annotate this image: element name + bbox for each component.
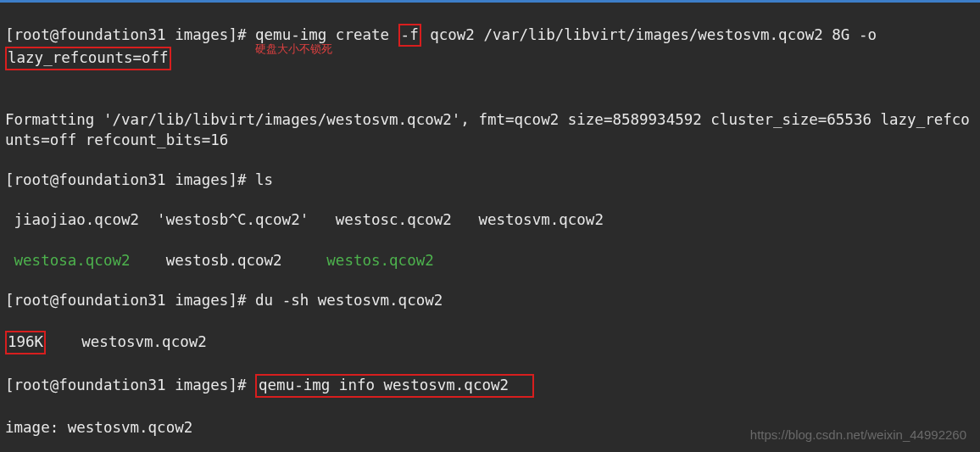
file-green: westosa.qcow2 — [5, 252, 131, 269]
cmd-text: qemu-img create — [255, 26, 398, 43]
file-green: westos.qcow2 — [326, 252, 433, 269]
cmd-ls: ls — [255, 171, 273, 188]
terminal-output[interactable]: [root@foundation31 images]# qemu-img cre… — [5, 3, 975, 452]
output-formatting: Formatting '/var/lib/libvirt/images/west… — [5, 110, 975, 150]
cmd-text: qcow2 /var/lib/libvirt/images/westosvm.q… — [421, 26, 886, 43]
ls-row-1: jiaojiao.qcow2 'westosb^C.qcow2' westosc… — [5, 210, 975, 231]
prompt: [root@foundation31 images]# — [5, 26, 246, 43]
prompt: [root@foundation31 images]# — [5, 377, 246, 393]
command-line-2: [root@foundation31 images]# ls — [5, 170, 975, 191]
window-top-bar — [0, 0, 980, 3]
cmd-du: du -sh westosvm.qcow2 — [255, 292, 443, 309]
highlight-flag-f: -f — [398, 24, 421, 47]
file-plain: westosb.qcow2 — [131, 252, 327, 269]
command-line-4: [root@foundation31 images]# qemu-img inf… — [5, 374, 975, 398]
highlight-du-size: 196K — [5, 331, 46, 354]
du-filename: westosvm.qcow2 — [46, 333, 207, 350]
highlight-lazy-opt: lazy_refcounts=off — [5, 47, 171, 70]
prompt: [root@foundation31 images]# — [5, 171, 246, 188]
watermark-text: https://blog.csdn.net/weixin_44992260 — [750, 427, 966, 444]
ls-row-2: westosa.qcow2 westosb.qcow2 westos.qcow2 — [5, 251, 975, 271]
command-line-3: [root@foundation31 images]# du -sh westo… — [5, 291, 975, 311]
du-output-line: 196K westosvm.qcow2 — [5, 331, 975, 354]
highlight-cmd-info: qemu-img info westosvm.qcow2 — [255, 374, 534, 398]
prompt: [root@foundation31 images]# — [5, 292, 246, 309]
annotation-text: 硬盘大小不锁死 — [255, 42, 332, 57]
command-line-1: [root@foundation31 images]# qemu-img cre… — [5, 24, 975, 70]
